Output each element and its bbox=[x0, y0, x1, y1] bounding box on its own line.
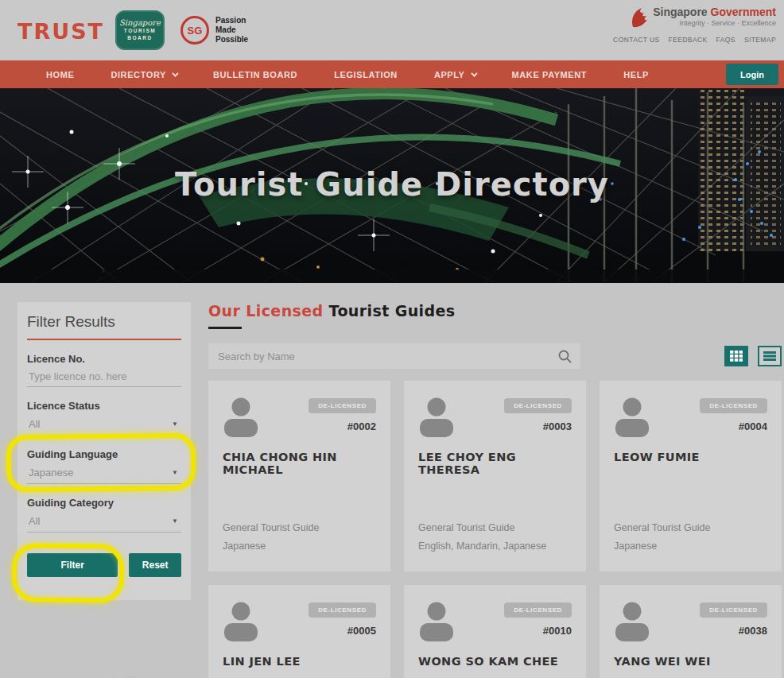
nav-item-bulletin-board[interactable]: BULLETIN BOARD bbox=[195, 60, 316, 88]
guide-card[interactable]: DE-LICENSED #0004 LEOW FUMIE General Tou… bbox=[600, 381, 782, 571]
guide-category: General Tourist Guide bbox=[223, 519, 376, 537]
guide-languages: Japanese bbox=[223, 537, 376, 556]
filter-button[interactable]: Filter bbox=[27, 553, 118, 577]
nav-item-make-payment[interactable]: MAKE PAYMENT bbox=[494, 60, 606, 88]
nav-item-help[interactable]: HELP bbox=[605, 60, 667, 88]
de-licensed-badge: DE-LICENSED bbox=[504, 602, 572, 618]
guide-card[interactable]: DE-LICENSED #0002 CHIA CHONG HIN MICHAEL… bbox=[208, 381, 390, 571]
list-view-button[interactable] bbox=[758, 346, 782, 366]
nav-item-home[interactable]: HOME bbox=[28, 60, 92, 88]
guiding-language-label: Guiding Language bbox=[27, 448, 181, 460]
guide-licence-number: #0002 bbox=[309, 420, 376, 432]
guiding-category-value: All bbox=[29, 515, 40, 527]
licence-status-select[interactable]: All ▼ bbox=[27, 412, 181, 436]
de-licensed-badge: DE-LICENSED bbox=[504, 398, 572, 413]
guides-grid: DE-LICENSED #0002 CHIA CHONG HIN MICHAEL… bbox=[208, 381, 782, 678]
nav-label: HOME bbox=[46, 70, 74, 79]
contact-us-link[interactable]: CONTACT US bbox=[613, 36, 659, 44]
dropdown-arrow-icon: ▼ bbox=[172, 469, 178, 476]
heading-rule bbox=[208, 327, 242, 329]
heading-rest: Tourist Guides bbox=[329, 302, 456, 320]
guide-card[interactable]: DE-LICENSED #0005 LIN JEN LEE bbox=[208, 585, 390, 678]
guiding-category-label: Guiding Category bbox=[27, 497, 181, 509]
nav-label: APPLY bbox=[434, 70, 465, 79]
licence-no-label: Licence No. bbox=[27, 353, 181, 365]
sg-circle-icon: SG bbox=[180, 16, 209, 45]
stb-tourism-text: TOURISM bbox=[124, 27, 156, 34]
guide-name: YANG WEI WEI bbox=[614, 655, 767, 668]
passion-line: Passion bbox=[215, 16, 248, 25]
person-avatar-icon bbox=[614, 601, 650, 642]
dropdown-arrow-icon: ▼ bbox=[172, 420, 178, 428]
person-avatar-icon bbox=[223, 601, 259, 642]
gov-singapore: Singapore bbox=[653, 6, 707, 18]
gov-tagline: Integrity · Service · Excellence bbox=[653, 19, 776, 27]
de-licensed-badge: DE-LICENSED bbox=[309, 398, 376, 413]
guide-licence-number: #0038 bbox=[700, 625, 767, 637]
filter-title-rule bbox=[27, 339, 181, 340]
guide-name: LIN JEN LEE bbox=[223, 655, 376, 668]
singapore-tourism-board-logo: Singapore TOURISM BOARD bbox=[115, 10, 165, 50]
list-view-icon bbox=[763, 351, 776, 362]
grid-view-button[interactable] bbox=[724, 346, 748, 366]
guide-licence-number: #0010 bbox=[504, 625, 572, 637]
search-icon[interactable] bbox=[557, 349, 572, 364]
guide-name: WONG SO KAM CHEE bbox=[418, 655, 572, 668]
nav-item-legislation[interactable]: LEGISLATION bbox=[316, 60, 416, 88]
page-title: Tourist Guide Directory bbox=[0, 166, 784, 203]
nav-label: BULLETIN BOARD bbox=[213, 70, 297, 79]
guiding-category-select[interactable]: All ▼ bbox=[27, 509, 181, 533]
site-header: TRUST Singapore TOURISM BOARD SG Passion… bbox=[0, 0, 784, 60]
de-licensed-badge: DE-LICENSED bbox=[700, 602, 767, 618]
nav-label: HELP bbox=[623, 70, 649, 79]
dropdown-arrow-icon: ▼ bbox=[172, 517, 178, 525]
person-avatar-icon bbox=[418, 397, 455, 438]
guide-languages: Japanese bbox=[614, 537, 767, 556]
passion-line: Possible bbox=[215, 35, 248, 45]
main-nav: HOME DIRECTORY BULLETIN BOARD LEGISLATIO… bbox=[0, 60, 784, 88]
grid-view-icon bbox=[730, 351, 743, 362]
de-licensed-badge: DE-LICENSED bbox=[309, 602, 376, 618]
feedback-link[interactable]: FEEDBACK bbox=[669, 36, 708, 44]
guide-card[interactable]: DE-LICENSED #0010 WONG SO KAM CHEE bbox=[404, 585, 586, 678]
licence-no-input[interactable] bbox=[27, 365, 181, 387]
guide-name: CHIA CHONG HIN MICHAEL bbox=[223, 451, 376, 476]
guide-licence-number: #0005 bbox=[309, 625, 376, 637]
licence-status-value: All bbox=[29, 418, 40, 430]
nav-item-directory[interactable]: DIRECTORY bbox=[92, 60, 195, 88]
gov-government: Government bbox=[711, 6, 776, 18]
chevron-down-icon bbox=[172, 70, 178, 76]
person-avatar-icon bbox=[223, 397, 259, 438]
section-heading: Our Licensed Tourist Guides bbox=[208, 302, 782, 320]
heading-accent: Our Licensed bbox=[208, 302, 324, 320]
passion-made-possible-logo: SG Passion Made Possible bbox=[180, 16, 248, 45]
hero-banner: Tourist Guide Directory bbox=[0, 88, 784, 283]
guide-licence-number: #0003 bbox=[504, 420, 572, 432]
merlion-icon bbox=[631, 6, 648, 29]
reset-button[interactable]: Reset bbox=[129, 553, 181, 577]
chevron-down-icon bbox=[471, 70, 477, 76]
guide-name: LEE CHOY ENG THERESA bbox=[418, 451, 572, 476]
guide-card[interactable]: DE-LICENSED #0038 YANG WEI WEI bbox=[600, 585, 782, 678]
login-button[interactable]: Login bbox=[726, 64, 778, 85]
nav-item-apply[interactable]: APPLY bbox=[416, 60, 494, 88]
search-input[interactable] bbox=[208, 343, 580, 369]
annotation-step-2: (2) bbox=[102, 672, 169, 678]
licence-status-label: Licence Status bbox=[27, 400, 181, 412]
guiding-language-select[interactable]: Japanese ▼ bbox=[27, 460, 181, 484]
sitemap-link[interactable]: SITEMAP bbox=[744, 36, 776, 44]
passion-line: Made bbox=[215, 25, 248, 35]
guide-category: General Tourist Guide bbox=[614, 519, 767, 537]
person-avatar-icon bbox=[614, 397, 650, 438]
filter-panel: Filter Results Licence No. Licence Statu… bbox=[17, 302, 191, 600]
nav-label: MAKE PAYMENT bbox=[512, 70, 588, 79]
stb-script-text: Singapore bbox=[119, 19, 161, 27]
stb-board-text: BOARD bbox=[127, 34, 152, 41]
guide-category: General Tourist Guide bbox=[418, 519, 572, 537]
faqs-link[interactable]: FAQS bbox=[716, 36, 735, 44]
nav-label: DIRECTORY bbox=[111, 70, 166, 79]
person-avatar-icon bbox=[418, 601, 455, 642]
trust-logo[interactable]: TRUST bbox=[17, 19, 104, 44]
gov-logo-text: Singapore Government bbox=[653, 6, 776, 18]
guide-card[interactable]: DE-LICENSED #0003 LEE CHOY ENG THERESA G… bbox=[404, 381, 586, 571]
